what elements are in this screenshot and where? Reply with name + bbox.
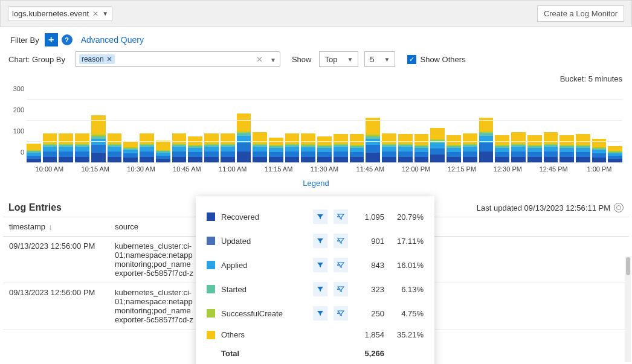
bar-segment <box>430 143 445 148</box>
bar-stack[interactable] <box>172 100 187 163</box>
bar-segment <box>108 152 122 157</box>
bar-segment <box>59 152 73 157</box>
help-icon[interactable]: ? <box>62 34 73 45</box>
group-by-input[interactable]: reason ✕ ✕ ▼ <box>75 51 280 67</box>
bar-segment <box>237 113 251 132</box>
gear-icon[interactable] <box>614 203 624 212</box>
filter-out-icon[interactable] <box>334 306 348 321</box>
bar-stack[interactable] <box>317 100 332 163</box>
bar-stack[interactable] <box>91 100 106 163</box>
filter-in-icon[interactable] <box>313 234 327 248</box>
bar-segment <box>237 152 251 163</box>
scrollbar-thumb[interactable] <box>626 257 630 275</box>
bar-stack[interactable] <box>334 100 348 163</box>
bar-stack[interactable] <box>527 100 542 163</box>
bar-segment <box>59 147 73 152</box>
group-by-chip[interactable]: reason ✕ <box>79 54 115 64</box>
bar-stack[interactable] <box>430 100 445 163</box>
legend-toggle[interactable]: Legend <box>0 173 632 191</box>
bar-stack[interactable] <box>140 100 154 163</box>
bar-stack[interactable] <box>269 100 283 163</box>
bar-stack[interactable] <box>576 100 590 163</box>
bar-stack[interactable] <box>108 100 122 163</box>
bar-segment <box>172 133 187 144</box>
bar-stack[interactable] <box>559 100 574 163</box>
bar-stack[interactable] <box>479 100 494 163</box>
show-count-select[interactable]: 5 ▼ <box>364 51 395 67</box>
filter-out-icon[interactable] <box>334 209 348 224</box>
filter-out-icon[interactable] <box>334 282 348 296</box>
bar-stack[interactable] <box>366 100 380 163</box>
bar-stack[interactable] <box>382 100 396 163</box>
filter-in-icon[interactable] <box>313 306 327 321</box>
bar-segment <box>366 153 380 163</box>
x-tick: 12:00 PM <box>393 165 439 173</box>
add-filter-button[interactable]: + <box>45 33 58 46</box>
bar-stack[interactable] <box>608 100 622 163</box>
bar-stack[interactable] <box>27 100 41 163</box>
bar-segment <box>91 139 106 145</box>
bar-stack[interactable] <box>463 100 477 163</box>
bar-segment <box>43 133 57 144</box>
source-tag[interactable]: logs.kubernetes.event ✕ ▼ <box>8 6 112 21</box>
show-mode-select[interactable]: Top ▼ <box>319 51 358 67</box>
legend-name: Updated <box>221 237 307 246</box>
bar-stack[interactable] <box>156 100 170 163</box>
filter-in-icon[interactable] <box>313 258 327 272</box>
bar-stack[interactable] <box>43 100 57 163</box>
close-icon[interactable]: ✕ <box>106 55 112 63</box>
chevron-down-icon[interactable]: ▼ <box>102 10 108 17</box>
legend-count: 1,095 <box>354 212 384 222</box>
legend-count: 250 <box>354 309 384 318</box>
checkbox-checked-icon[interactable]: ✓ <box>407 55 416 64</box>
last-updated: Last updated 09/13/2023 12:56:11 PM <box>477 203 624 212</box>
col-timestamp[interactable]: timestamp ↓ <box>3 217 109 237</box>
filter-out-icon[interactable] <box>334 258 348 272</box>
close-icon[interactable]: ✕ <box>92 10 98 18</box>
bar-stack[interactable] <box>414 100 429 163</box>
bar-stack[interactable] <box>495 100 509 163</box>
bar-segment <box>495 135 509 145</box>
bar-stack[interactable] <box>204 100 219 163</box>
bar-stack[interactable] <box>511 100 526 163</box>
bar-stack[interactable] <box>592 100 607 163</box>
bar-segment <box>253 152 267 157</box>
chevron-down-icon[interactable]: ▼ <box>270 57 276 63</box>
bar-segment <box>495 152 509 157</box>
bar-stack[interactable] <box>75 100 89 163</box>
advanced-query-link[interactable]: Advanced Query <box>81 35 144 45</box>
filter-in-icon[interactable] <box>313 209 327 224</box>
bar-stack[interactable] <box>447 100 461 163</box>
bar-segment <box>334 147 348 152</box>
bar-stack[interactable] <box>221 100 235 163</box>
show-others-toggle[interactable]: ✓ Show Others <box>407 55 465 64</box>
bar-stack[interactable] <box>285 100 300 163</box>
bar-stack[interactable] <box>301 100 315 163</box>
clear-icon[interactable]: ✕ <box>256 55 263 64</box>
bar-stack[interactable] <box>544 100 558 163</box>
bar-stack[interactable] <box>398 100 413 163</box>
create-monitor-button[interactable]: Create a Log Monitor <box>537 5 624 22</box>
scrollbar[interactable] <box>625 257 631 330</box>
x-tick: 10:00 AM <box>27 165 73 173</box>
bucket-label: Bucket: 5 minutes <box>0 74 632 85</box>
bar-segment <box>447 148 461 152</box>
filter-in-icon[interactable] <box>313 282 327 296</box>
bar-stack[interactable] <box>350 100 364 163</box>
legend-item: Recovered1,09520.79% <box>207 205 424 229</box>
bar-segment <box>527 148 542 152</box>
bar-stack[interactable] <box>123 100 138 163</box>
bar-stack[interactable] <box>253 100 267 163</box>
legend-name: Started <box>221 285 307 294</box>
bar-stack[interactable] <box>59 100 73 163</box>
y-tick: 0 <box>7 148 24 156</box>
chart: 0100200300 10:00 AM10:15 AM10:30 AM10:45… <box>0 85 632 173</box>
bar-stack[interactable] <box>237 100 251 163</box>
bar-segment <box>108 147 122 152</box>
bar-stack[interactable] <box>188 100 202 163</box>
legend-pct: 20.79% <box>390 212 424 222</box>
x-tick: 12:15 PM <box>439 165 485 173</box>
sort-desc-icon: ↓ <box>49 222 53 231</box>
bar-segment <box>172 147 187 152</box>
filter-out-icon[interactable] <box>334 234 348 248</box>
